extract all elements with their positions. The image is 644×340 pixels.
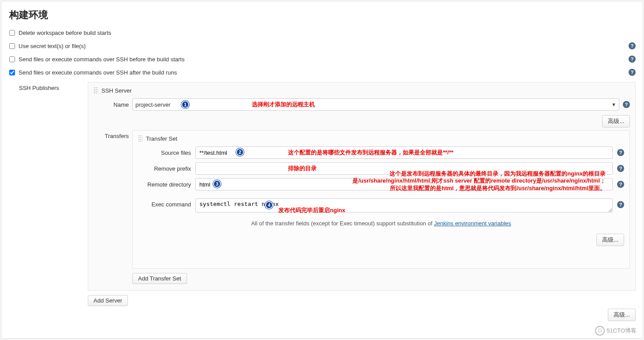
chevron-down-icon: ▼: [611, 102, 616, 107]
label-ssh-before[interactable]: Send files or execute commands over SSH …: [19, 56, 184, 63]
source-files-label: Source files: [138, 149, 191, 156]
name-row: Name project-server 1 选择刚才添加的远程主机 ▼ ?: [94, 98, 630, 111]
ssh-server-heading-text: SSH Server: [101, 87, 132, 94]
help-icon[interactable]: ?: [623, 101, 630, 108]
watermark-text: 51CTO博客: [607, 327, 637, 335]
source-files-row: Source files 2 这个配置的是将哪些文件发布到远程服务器，如果是全部…: [138, 146, 624, 159]
checkbox-delete-workspace[interactable]: [9, 30, 15, 36]
help-icon[interactable]: ?: [617, 149, 624, 156]
remote-directory-input[interactable]: [195, 178, 613, 191]
advanced-button[interactable]: 高级...: [602, 115, 630, 127]
transfer-hint: All of the transfer fields (except for E…: [138, 220, 624, 227]
watermark: G 51CTO博客: [595, 326, 637, 336]
label-delete-workspace[interactable]: Delete workspace before build starts: [19, 30, 111, 36]
build-environment-section: 构建环境 Delete workspace before build start…: [1, 1, 643, 339]
jenkins-env-vars-link[interactable]: Jenkins environment variables: [434, 220, 511, 227]
transfers-layout: Transfers Transfer Set Source files: [94, 130, 630, 284]
remove-prefix-row: Remove prefix 排除的目录 ?: [138, 162, 624, 175]
remote-directory-row: Remote directory 3 这个是发布到远程服务器的具体的最终目录，因…: [138, 178, 624, 191]
transfer-set-block: Transfer Set Source files 2 这个配置的是将哪些文件发…: [132, 130, 630, 269]
transfer-advanced-button[interactable]: 高级...: [596, 234, 624, 246]
transfers-label: Transfers: [94, 130, 129, 139]
drag-handle-icon[interactable]: [94, 87, 98, 94]
bottom-advanced-button[interactable]: 高级...: [608, 309, 636, 321]
remote-directory-label: Remote directory: [138, 181, 191, 188]
help-icon[interactable]: ?: [617, 181, 624, 188]
ssh-publishers-layout: SSH Publishers SSH Server Name project-s…: [8, 82, 636, 324]
exec-command-label: Exec command: [138, 198, 191, 208]
help-icon[interactable]: ?: [629, 56, 636, 63]
checkbox-ssh-after[interactable]: [9, 70, 15, 75]
exec-command-row: Exec command 4 发布代码完毕后重启nginx ?: [138, 198, 624, 214]
section-title: 构建环境: [9, 8, 636, 22]
drag-handle-icon[interactable]: [138, 135, 142, 142]
name-label: Name: [94, 101, 129, 108]
ssh-publishers-label: SSH Publishers: [8, 82, 88, 324]
remove-prefix-input[interactable]: [195, 162, 613, 175]
checkbox-ssh-before[interactable]: [9, 56, 15, 62]
add-server-button[interactable]: Add Server: [88, 295, 128, 306]
help-icon[interactable]: ?: [629, 42, 636, 49]
option-ssh-before: Send files or execute commands over SSH …: [9, 56, 636, 63]
exec-command-input[interactable]: [195, 198, 613, 213]
transfer-set-heading: Transfer Set: [138, 135, 624, 142]
help-icon[interactable]: ?: [629, 69, 636, 76]
source-files-input[interactable]: [195, 146, 613, 159]
transfer-set-heading-text: Transfer Set: [146, 135, 177, 142]
add-transfer-set-button[interactable]: Add Transfer Set: [132, 273, 187, 284]
option-ssh-after: Send files or execute commands over SSH …: [9, 69, 636, 76]
ssh-server-heading: SSH Server: [94, 87, 630, 94]
annotation-1: 选择刚才添加的远程主机: [252, 101, 315, 108]
option-delete-workspace: Delete workspace before build starts: [9, 30, 636, 36]
hint-text: All of the transfer fields (except for E…: [251, 220, 434, 227]
remove-prefix-label: Remove prefix: [138, 165, 191, 172]
option-use-secret: Use secret text(s) or file(s) ?: [9, 42, 636, 49]
name-select-value: project-server: [135, 101, 170, 108]
ssh-publisher-block: SSH Server Name project-server 1 选择刚才添加的…: [88, 82, 636, 291]
name-select[interactable]: project-server 1 选择刚才添加的远程主机 ▼: [132, 98, 619, 111]
label-ssh-after[interactable]: Send files or execute commands over SSH …: [19, 69, 177, 76]
help-icon[interactable]: ?: [617, 165, 624, 172]
label-use-secret[interactable]: Use secret text(s) or file(s): [19, 43, 86, 49]
badge-1: 1: [181, 101, 189, 108]
checkbox-use-secret[interactable]: [9, 43, 15, 49]
help-icon[interactable]: ?: [617, 201, 624, 208]
watermark-icon: G: [595, 326, 605, 336]
